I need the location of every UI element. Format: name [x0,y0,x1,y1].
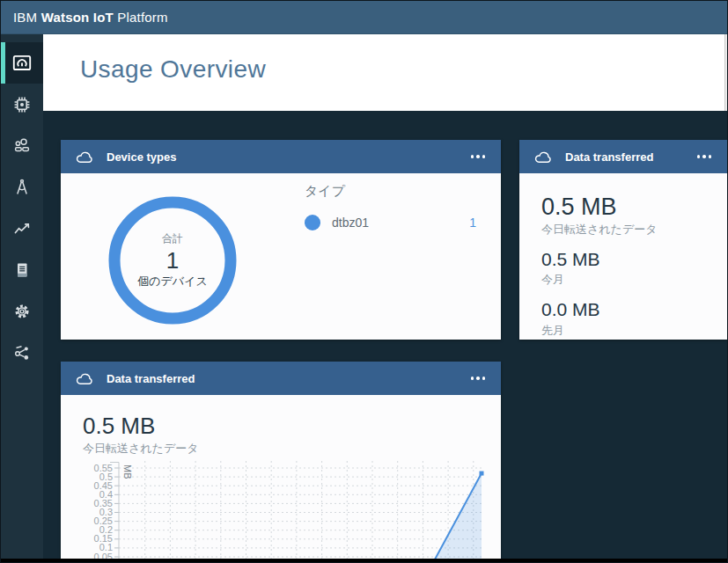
transfer-stats: 0.5 MB 今日転送されたデータ 0.5 MB 今月 0.0 MB 先月 [519,173,727,339]
sidebar-item-docs[interactable] [1,249,43,290]
overflow-menu-icon[interactable] [695,150,714,163]
sidebar-item-devices[interactable] [1,84,43,125]
members-icon [11,135,33,157]
window-bottom-edge [1,559,727,562]
document-icon [11,260,33,281]
stat-month-caption: 今月 [541,272,711,288]
activity-line-icon [11,218,33,239]
brand-bold: Watson IoT [41,10,114,25]
legend-color-dot [305,215,320,230]
sidebar-item-apps[interactable] [1,166,43,208]
dashboard-content: Device types 合計 1 個のデバイス タイプ dtbz01 1 [43,111,727,562]
sidebar-item-access[interactable] [1,332,43,373]
device-types-card-header: Device types [61,140,501,173]
svg-text:MB: MB [122,464,133,479]
stat-today-value: 0.5 MB [541,194,711,219]
share-nodes-icon [11,342,33,363]
overflow-menu-icon[interactable] [469,372,488,384]
gear-icon [11,301,33,322]
stat-lastmonth-caption: 先月 [541,323,711,339]
top-bar: IBM Watson IoT Platform [1,1,727,34]
chart-headline: 0.5 MB 今日転送されたデータ [83,414,199,457]
brand-suffix: Platform [117,10,167,25]
device-types-donut-chart [102,190,243,331]
card-title: Data transferred [107,372,469,385]
page-header: Usage Overview [43,34,727,111]
data-transferred-chart-card: Data transferred 0.5 MB 今日転送されたデータ 0.550… [61,362,501,563]
cloud-icon [75,150,96,165]
sidebar-item-usage[interactable] [1,208,43,249]
page-title: Usage Overview [80,55,266,84]
data-transferred-area-chart: 0.550.50.450.40.350.30.250.20.150.10.05M… [61,454,501,563]
data-transferred-summary-header: Data transferred [519,140,727,173]
device-types-legend: タイプ dtbz01 1 [305,183,476,230]
legend-row[interactable]: dtbz01 1 [305,215,476,230]
dashboard-gauge-icon [11,52,33,75]
cloud-icon [75,371,96,386]
sidebar-item-members[interactable] [1,125,43,166]
card-title: Data transferred [565,150,695,164]
sidebar-item-dashboard[interactable] [1,42,43,84]
data-transferred-summary-card: Data transferred 0.5 MB 今日転送されたデータ 0.5 M… [519,140,727,340]
drafting-compass-icon [11,177,33,198]
brand-prefix: IBM [13,10,37,25]
card-title: Device types [107,150,469,164]
chart-headline-value: 0.5 MB [83,414,199,438]
stat-today-caption: 今日転送されたデータ [541,222,711,238]
device-types-card: Device types 合計 1 個のデバイス タイプ dtbz01 1 [61,140,501,340]
data-transferred-chart-header: Data transferred [61,362,501,395]
legend-value: 1 [469,216,476,230]
sidebar-item-settings[interactable] [1,290,43,332]
overflow-menu-icon[interactable] [469,150,488,163]
stat-lastmonth-value: 0.0 MB [541,299,711,319]
legend-label: dtbz01 [332,216,469,230]
chip-icon [11,94,33,115]
stat-month-value: 0.5 MB [541,249,711,269]
legend-heading: タイプ [305,183,476,200]
scrollbar[interactable] [724,34,727,111]
app-window: IBM Watson IoT Platform [0,0,728,563]
brand: IBM Watson IoT Platform [13,10,168,25]
cloud-icon [533,150,555,165]
sidebar-nav [1,34,43,562]
